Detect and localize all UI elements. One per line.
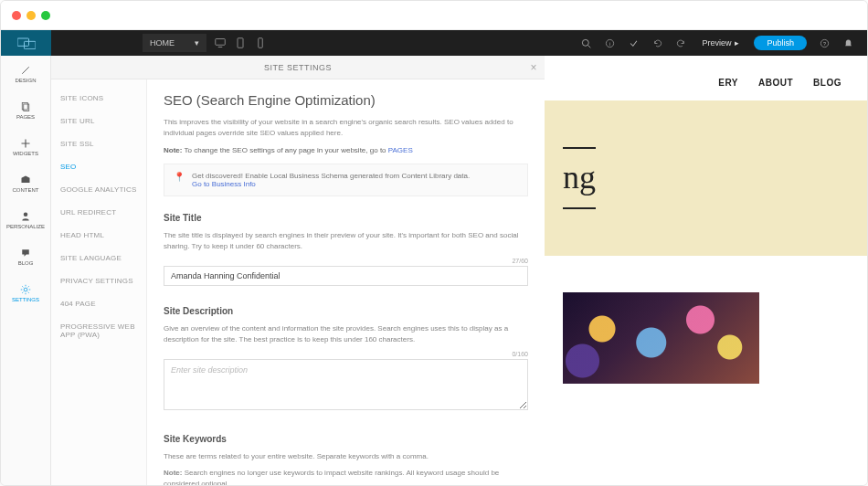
site-nav-item[interactable]: ERY <box>718 78 738 88</box>
svg-point-16 <box>24 213 28 217</box>
site-description-count: 0/160 <box>164 351 528 357</box>
preview-label: Preview <box>702 38 731 48</box>
site-nav-item[interactable]: BLOG <box>813 78 842 88</box>
svg-point-6 <box>582 39 588 46</box>
svg-rect-5 <box>259 38 263 48</box>
site-nav: ERY ABOUT BLOG <box>545 56 867 100</box>
hero-text: ng <box>563 147 596 209</box>
site-description-label: Site Description <box>164 306 528 316</box>
window-maximize[interactable] <box>41 11 50 20</box>
site-keywords-help1: These are terms related to your entire w… <box>164 451 528 462</box>
hero-banner: ng <box>545 100 867 256</box>
seo-heading: SEO (Search Engine Optimization) <box>164 92 528 108</box>
play-icon: ▸ <box>735 38 739 48</box>
seo-intro: This improves the visibility of your web… <box>164 117 528 139</box>
hero-image <box>563 292 759 384</box>
info-icon[interactable]: i <box>598 30 621 56</box>
site-keywords-label: Site Keywords <box>164 434 528 444</box>
settings-nav-site-language[interactable]: SITE LANGUAGE <box>51 247 146 269</box>
settings-nav-site-ssl[interactable]: SITE SSL <box>51 132 146 155</box>
svg-rect-0 <box>17 38 29 46</box>
page-selector[interactable]: HOME ▾ <box>143 34 206 52</box>
pin-icon: 📍 <box>174 172 185 182</box>
nav-personalize[interactable]: PERSONALIZE <box>1 202 50 238</box>
settings-nav-site-icons[interactable]: SITE ICONS <box>51 87 146 110</box>
site-preview: ERY ABOUT BLOG ng <box>545 56 867 485</box>
settings-content: SEO (Search Engine Optimization) This im… <box>147 79 545 485</box>
site-description-help: Give an overview of the content and info… <box>164 323 528 345</box>
panel-body: SITE ICONS SITE URL SITE SSL SEO GOOGLE … <box>51 79 545 485</box>
settings-panel: SITE SETTINGS × SITE ICONS SITE URL SITE… <box>51 56 545 485</box>
main: DESIGN PAGES WIDGETS CONTENT PERSONALIZE… <box>1 56 867 485</box>
chevron-down-icon: ▾ <box>195 38 199 48</box>
site-keywords-block: Site Keywords These are terms related to… <box>164 434 528 485</box>
device-desktop[interactable] <box>210 34 230 52</box>
svg-rect-2 <box>216 39 226 46</box>
content-area: SITE SETTINGS × SITE ICONS SITE URL SITE… <box>51 56 867 485</box>
preview-button[interactable]: Preview ▸ <box>693 30 748 56</box>
site-description-block: Site Description Give an overview of the… <box>164 306 528 414</box>
site-title-count: 27/60 <box>164 258 528 264</box>
nav-content[interactable]: CONTENT <box>1 165 50 202</box>
undo-icon[interactable] <box>645 30 669 56</box>
left-nav: DESIGN PAGES WIDGETS CONTENT PERSONALIZE… <box>1 56 51 485</box>
search-icon[interactable] <box>574 30 598 56</box>
topbar-left: HOME ▾ <box>143 34 270 52</box>
nav-design[interactable]: DESIGN <box>1 56 50 92</box>
nav-blog[interactable]: BLOG <box>1 238 50 275</box>
settings-nav-site-url[interactable]: SITE URL <box>51 110 146 132</box>
seo-note: Note: To change the SEO settings of any … <box>164 146 528 154</box>
logo-icon <box>17 37 36 49</box>
settings-nav-head-html[interactable]: HEAD HTML <box>51 224 146 247</box>
settings-nav-seo[interactable]: SEO <box>51 155 146 178</box>
window-titlebar <box>1 1 867 30</box>
svg-point-17 <box>24 288 27 291</box>
business-callout: 📍 Get discovered! Enable Local Business … <box>164 164 528 196</box>
svg-line-7 <box>588 45 591 48</box>
device-switcher <box>210 34 270 52</box>
site-nav-item[interactable]: ABOUT <box>758 78 793 88</box>
site-title-block: Site Title The site title is displayed b… <box>164 213 528 286</box>
svg-text:i: i <box>609 40 610 46</box>
app-window: HOME ▾ i Preview ▸ Publish ? <box>0 0 868 486</box>
settings-nav-404-page[interactable]: 404 PAGE <box>51 292 146 315</box>
redo-icon[interactable] <box>669 30 693 56</box>
svg-text:?: ? <box>822 40 825 46</box>
site-keywords-help2: Note: Search engines no longer use keywo… <box>164 468 528 485</box>
business-info-link[interactable]: Go to Business Info <box>192 180 470 188</box>
device-tablet[interactable] <box>230 34 250 52</box>
topbar: HOME ▾ i Preview ▸ Publish ? <box>1 30 867 56</box>
check-icon[interactable] <box>621 30 645 56</box>
settings-nav: SITE ICONS SITE URL SITE SSL SEO GOOGLE … <box>51 79 147 485</box>
settings-nav-privacy-settings[interactable]: PRIVACY SETTINGS <box>51 269 146 292</box>
page-selector-label: HOME <box>150 38 175 48</box>
site-title-label: Site Title <box>164 213 528 223</box>
topbar-right: i Preview ▸ Publish ? <box>574 30 867 56</box>
notification-icon[interactable] <box>836 30 860 56</box>
nav-settings[interactable]: SETTINGS <box>1 275 50 312</box>
site-title-input[interactable] <box>164 266 528 286</box>
publish-button[interactable]: Publish <box>754 36 807 50</box>
pages-link[interactable]: PAGES <box>388 146 413 154</box>
callout-text: Get discovered! Enable Local Business Sc… <box>192 172 470 180</box>
help-icon[interactable]: ? <box>812 30 836 56</box>
settings-nav-url-redirect[interactable]: URL REDIRECT <box>51 201 146 224</box>
nav-widgets[interactable]: WIDGETS <box>1 129 50 165</box>
site-title-help: The site title is displayed by search en… <box>164 230 528 252</box>
window-close[interactable] <box>12 11 21 20</box>
app-logo[interactable] <box>1 30 51 56</box>
site-description-input[interactable] <box>164 359 528 410</box>
nav-pages[interactable]: PAGES <box>1 92 50 129</box>
device-mobile[interactable] <box>250 34 270 52</box>
settings-nav-google-analytics[interactable]: GOOGLE ANALYTICS <box>51 178 146 201</box>
close-icon[interactable]: × <box>530 61 537 74</box>
panel-header: SITE SETTINGS × <box>51 56 545 79</box>
svg-rect-4 <box>238 38 243 48</box>
panel-title: SITE SETTINGS <box>264 63 332 72</box>
svg-rect-1 <box>24 41 36 48</box>
settings-nav-pwa[interactable]: PROGRESSIVE WEB APP (PWA) <box>51 315 146 346</box>
window-minimize[interactable] <box>26 11 36 20</box>
